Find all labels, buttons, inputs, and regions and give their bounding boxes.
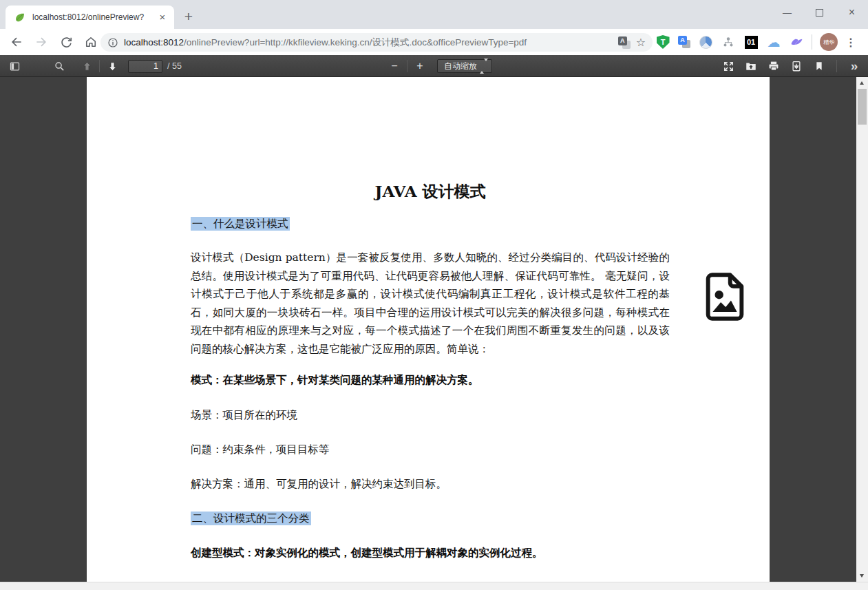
zoom-out-button[interactable]: − [385,57,403,75]
back-icon [10,35,23,49]
solution-line: 解决方案：通用、可复用的设计，解决约束达到目标。 [191,477,670,492]
page-count-label: / 55 [167,61,182,71]
section-heading-1: 一、什么是设计模式 [191,217,670,231]
page-up-button[interactable] [78,57,96,75]
document-title: JAVA 设计模式 [191,181,670,202]
back-button[interactable] [4,31,29,53]
nav-buttons [4,29,103,55]
home-icon [84,35,98,49]
url-text[interactable]: localhost:8012/onlinePreview?url=http://… [124,36,613,49]
sitemap-extension[interactable] [721,34,736,50]
bird-icon [790,36,803,49]
image-placeholder-icon [699,270,750,324]
sidebar-toggle-button[interactable] [6,57,23,75]
fullscreen-icon [723,61,734,72]
tab-strip: localhost:8012/onlinePreview? × + — × [0,0,868,29]
toolbar-separator [836,60,837,72]
forward-button[interactable] [29,31,54,53]
pdf-toolbar-right: » [719,57,863,75]
swirl-circle-icon [699,36,712,49]
section-heading-2: 二、设计模式的三个分类 [191,512,670,526]
open-file-icon [745,60,757,72]
bookmark-current-view-button[interactable] [810,57,828,75]
pattern-definition-line: 模式：在某些场景下，针对某类问题的某种通用的解决方案。 [191,373,670,388]
print-button[interactable] [765,57,783,75]
badge-01-icon: 01 [745,36,758,49]
browser-window: localhost:8012/onlinePreview? × + — × [0,0,868,590]
paragraph-intro: 设计模式（Design pattern）是一套被反复使用、多数人知晓的、经过分类… [191,249,670,358]
cloud-icon: ☁ [768,36,781,49]
translate-extension[interactable]: A [678,36,690,48]
vertical-scrollbar[interactable] [856,77,868,582]
pdf-toolbar-left: / 55 [6,57,182,75]
print-icon [768,60,780,72]
bookmark-star-icon[interactable]: ☆ [636,36,646,49]
page-down-icon [107,61,118,72]
plus-icon: + [416,60,423,72]
extensions-row: T A 01 ☁ 精华 [655,29,856,55]
sitemap-icon [722,36,734,48]
window-controls: — × [771,0,868,25]
page-info-icon[interactable] [107,37,118,48]
horizontal-scrollbar[interactable] [0,582,868,590]
forward-icon [34,35,48,49]
bird-extension[interactable] [789,34,804,50]
adblock-shield-extension[interactable]: T [655,34,670,50]
zoom-select[interactable]: 自动缩放 [437,59,492,73]
more-tools-button[interactable]: » [845,57,863,75]
toolbar-separator [407,60,407,72]
scroll-up-icon[interactable] [860,81,864,85]
minus-icon: − [391,60,397,72]
badge-01-extension[interactable]: 01 [743,34,759,50]
maximize-icon [816,9,823,17]
url-path: /onlinePreview?url=http://kkfileview.kek… [184,37,527,48]
extensions-divider [812,34,812,50]
page-number-input[interactable] [128,60,162,73]
url-host: localhost:8012 [124,37,184,48]
presentation-mode-button[interactable] [719,57,737,75]
cloud-extension[interactable]: ☁ [766,34,781,50]
pdf-toolbar: / 55 − + 自动缩放 [0,55,868,77]
tab-title: localhost:8012/onlinePreview? [32,12,156,22]
profile-avatar[interactable]: 精华 [820,33,838,51]
search-icon [54,61,65,72]
download-icon [790,60,803,72]
new-tab-button[interactable]: + [179,7,198,26]
minimize-button[interactable]: — [771,0,803,25]
tab-close-icon[interactable]: × [156,11,169,23]
zoom-select-label: 自动缩放 [441,61,480,72]
close-button[interactable]: × [836,0,868,25]
home-button[interactable] [78,31,103,53]
problem-line: 问题：约束条件，项目目标等 [191,443,670,457]
shield-icon: T [657,35,670,49]
download-button[interactable] [787,57,805,75]
scroll-down-icon[interactable] [860,574,864,578]
scene-line: 场景：项目所在的环境 [191,408,670,423]
chrome-menu-button[interactable]: ⋮ [845,36,856,49]
creational-pattern-line: 创建型模式：对象实例化的模式，创建型模式用于解耦对象的实例化过程。 [191,546,670,560]
vertical-scrollbar-thumb[interactable] [858,89,867,125]
pdf-page: JAVA 设计模式 一、什么是设计模式 设计模式（Design pattern）… [87,77,770,582]
reload-button[interactable] [54,31,78,53]
spring-leaf-favicon [14,12,25,23]
open-file-button[interactable] [742,57,760,75]
zoom-in-button[interactable]: + [411,57,429,75]
find-button[interactable] [50,57,68,75]
page-down-button[interactable] [103,57,121,75]
toolbar-separator [99,60,100,72]
select-arrows-icon [480,61,488,71]
address-bar[interactable]: localhost:8012/onlinePreview?url=http://… [100,33,653,52]
translate-page-button[interactable]: A [618,36,631,49]
document-content: JAVA 设计模式 一、什么是设计模式 设计模式（Design pattern）… [191,181,670,560]
pdf-viewer: JAVA 设计模式 一、什么是设计模式 设计模式（Design pattern）… [0,77,868,590]
active-tab[interactable]: localhost:8012/onlinePreview? × [6,6,174,29]
circle-extension[interactable] [698,34,713,50]
bookmark-icon [814,61,825,72]
pdf-toolbar-center: − + 自动缩放 [385,57,492,75]
reload-icon [60,36,73,49]
maximize-button[interactable] [803,0,836,25]
page-up-icon [81,61,93,72]
sidebar-toggle-icon [9,61,21,72]
